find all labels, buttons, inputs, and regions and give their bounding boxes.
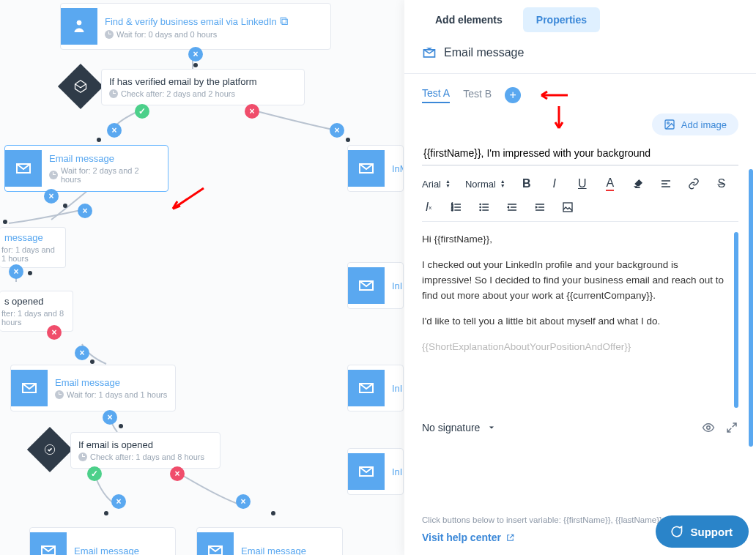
tab-properties[interactable]: Properties (523, 7, 600, 32)
svg-point-3 (667, 122, 670, 124)
editor-body[interactable]: Hi {{firstName}}, I checked out your Lin… (422, 232, 730, 408)
preview-icon[interactable] (702, 421, 715, 434)
no-chip[interactable]: × (245, 104, 259, 119)
node-find-email[interactable]: Find & verify business email via LinkedI… (60, 3, 331, 50)
tab-test-a[interactable]: Test A (422, 87, 450, 103)
condition-node[interactable] (27, 427, 73, 472)
node-title: Email message (241, 545, 306, 556)
editor[interactable]: Hi {{firstName}}, I checked out your Lin… (422, 232, 738, 408)
node-title: message (4, 232, 58, 243)
indent-button[interactable] (533, 201, 546, 214)
annotation-arrow (537, 89, 569, 102)
node-title: InI (392, 383, 402, 394)
link-button[interactable] (687, 177, 700, 190)
email-icon (197, 532, 234, 555)
email-icon (11, 370, 48, 406)
properties-panel: Add elements Properties Email message Te… (404, 0, 756, 555)
close-chip[interactable]: × (78, 204, 92, 218)
clock-icon (78, 452, 87, 461)
no-chip[interactable]: × (47, 325, 62, 340)
support-button[interactable]: Support (656, 515, 749, 548)
node-email[interactable]: Email message (29, 527, 176, 555)
add-test-button[interactable]: + (505, 87, 521, 103)
node-title: If email is opened (78, 439, 204, 450)
external-icon (505, 533, 515, 543)
font-select[interactable]: Arial▲▼ (422, 179, 451, 190)
body-line: {{ShortExplanationAboutYourPositionAndOf… (422, 340, 730, 355)
node-title: InI (392, 466, 402, 477)
email-icon (348, 267, 385, 304)
close-chip[interactable]: × (75, 346, 89, 360)
clock-icon (105, 30, 114, 39)
close-chip[interactable]: × (107, 123, 122, 138)
add-image-button[interactable]: Add image (652, 113, 738, 135)
node-title: Email message (49, 153, 160, 164)
node-email[interactable]: Email message (196, 527, 343, 555)
clock-icon (49, 171, 58, 179)
close-chip[interactable]: × (188, 47, 203, 62)
close-chip[interactable]: × (236, 494, 251, 509)
ul-button[interactable] (478, 201, 491, 214)
close-chip[interactable]: × (111, 494, 126, 509)
node-title: Find & verify business email via LinkedI… (105, 16, 277, 27)
workflow-canvas[interactable]: Find & verify business email via LinkedI… (0, 0, 404, 555)
node-inmail[interactable]: InI (347, 365, 404, 411)
node-inmail[interactable]: InMail message (347, 145, 404, 192)
node-email-selected[interactable]: Email message Wait for: 2 days and 2 hou… (4, 145, 168, 192)
tab-add-elements[interactable]: Add elements (422, 7, 516, 32)
image-insert-button[interactable] (561, 201, 574, 214)
no-chip[interactable]: × (170, 466, 185, 481)
condition-node[interactable] (58, 64, 103, 109)
tab-test-b[interactable]: Test B (463, 88, 492, 103)
yes-chip[interactable]: ✓ (135, 104, 149, 119)
close-chip[interactable]: × (103, 410, 117, 425)
node-message-partial[interactable]: message for: 1 days and 1 hours (0, 227, 66, 268)
node-title: s opened (4, 296, 65, 307)
yes-chip[interactable]: ✓ (87, 466, 102, 481)
connector-dot (104, 511, 108, 515)
node-inmail[interactable]: InI (347, 448, 404, 495)
updown-icon: ▲▼ (445, 179, 451, 188)
image-icon (664, 119, 675, 130)
svg-text:3: 3 (451, 208, 453, 212)
strike-button[interactable]: S (715, 177, 728, 190)
node-if-opened[interactable]: If email is opened Check after: 1 days a… (70, 432, 220, 469)
expand-icon[interactable] (725, 421, 738, 434)
connector-dot (97, 138, 101, 142)
editor-scrollbar[interactable] (734, 232, 738, 408)
outdent-button[interactable] (505, 201, 519, 214)
node-if-verified[interactable]: If has verified email by the platform Ch… (101, 69, 305, 105)
svg-rect-10 (563, 203, 572, 212)
close-chip[interactable]: × (44, 189, 59, 204)
size-select[interactable]: Normal▲▼ (465, 179, 505, 190)
close-chip[interactable]: × (330, 123, 344, 138)
scrollbar[interactable] (749, 169, 753, 447)
annotation-arrow (552, 105, 566, 133)
underline-button[interactable]: U (576, 177, 589, 190)
clear-format-button[interactable]: Ix (422, 201, 435, 214)
email-icon (5, 150, 42, 187)
section-header: Email message (404, 32, 756, 74)
signature-select[interactable]: No signature (422, 422, 496, 433)
node-title: If has verified email by the platform (109, 76, 257, 87)
close-chip[interactable]: × (9, 264, 23, 279)
svg-point-8 (480, 206, 481, 207)
align-button[interactable] (659, 177, 672, 190)
subject-input[interactable] (422, 141, 738, 165)
connector-dot (119, 424, 123, 428)
external-icon[interactable]: ⧉ (280, 15, 288, 27)
connector-dot (346, 138, 350, 142)
annotation-arrow (168, 187, 205, 213)
node-opened-partial[interactable]: s opened fter: 1 days and 8 hours (0, 291, 73, 332)
node-inmail[interactable]: InI (347, 262, 404, 309)
ol-button[interactable]: 123 (450, 201, 463, 214)
italic-button[interactable]: I (548, 177, 561, 190)
ab-test-tabs: Test A Test B + (422, 87, 738, 103)
highlight-button[interactable] (631, 177, 645, 190)
color-button[interactable]: A (604, 177, 617, 190)
node-email[interactable]: Email message Wait for: 1 days and 1 hou… (10, 365, 176, 411)
bold-button[interactable]: B (520, 177, 533, 190)
body-line: I checked out your LinkedIn profile and … (422, 258, 730, 304)
clock-icon (55, 390, 64, 399)
body-line: Hi {{firstName}}, (422, 232, 730, 247)
